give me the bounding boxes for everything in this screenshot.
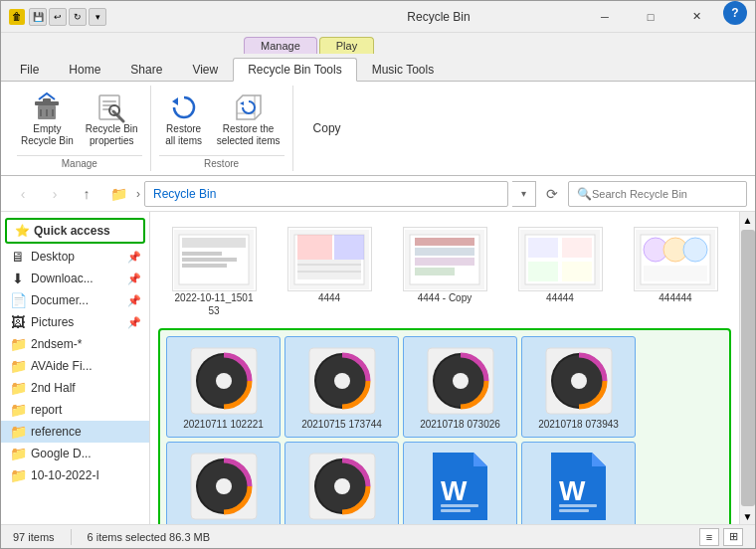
sidebar-item-downloads[interactable]: ⬇ Downloac... 📌 <box>1 268 149 289</box>
quick-access-header[interactable]: ⭐ Quick access <box>5 218 145 244</box>
status-separator <box>71 529 72 545</box>
svg-rect-21 <box>297 235 332 260</box>
svg-point-42 <box>683 238 707 262</box>
sidebar-item-10-10-2022[interactable]: 📁 10-10-2022-I <box>1 464 149 486</box>
svg-rect-2 <box>43 98 51 102</box>
play-context-tab[interactable]: Play <box>319 37 374 54</box>
empty-recycle-bin-button[interactable]: EmptyRecycle Bin <box>17 90 78 149</box>
address-bar: ‹ › ↑ 📁 › Recycle Bin ▾ ⟳ 🔍 <box>1 176 755 212</box>
sidebar-item-avaide[interactable]: 📁 AVAide Fi... <box>1 355 149 377</box>
media-icon-20210729 <box>186 449 261 523</box>
redo-qbtn[interactable]: ↻ <box>69 8 87 26</box>
sidebar-item-desktop[interactable]: 🖥 Desktop 📌 <box>1 246 149 268</box>
selected-files-group: 20210711 102221 20210715 173744 <box>158 328 731 524</box>
file-thumb-4444 <box>287 227 372 291</box>
scroll-thumb[interactable] <box>741 230 755 506</box>
svg-text:W: W <box>441 475 468 506</box>
media-icon-20210715 <box>304 343 379 418</box>
avaide-icon: 📁 <box>9 358 27 374</box>
address-dropdown[interactable]: ▾ <box>512 181 536 207</box>
sidebar-report-label: report <box>31 403 141 417</box>
window: 🗑 💾 ↩ ↻ ▾ Recycle Bin ─ □ ✕ ? Manage Pla… <box>0 0 756 549</box>
manage-context-tab[interactable]: Manage <box>244 37 317 54</box>
sidebar-item-report[interactable]: 📁 report <box>1 399 149 421</box>
file-thumb-44444 <box>518 227 603 291</box>
window-controls: ─ □ ✕ ? <box>582 1 747 33</box>
current-path: Recycle Bin <box>153 187 216 201</box>
file-aiseesoft-free[interactable]: W Aiseesoft FreeVideo Editor <box>403 442 517 524</box>
scroll-down-button[interactable]: ▼ <box>740 508 756 524</box>
back-button[interactable]: ‹ <box>9 182 37 206</box>
maximize-button[interactable]: □ <box>628 1 673 33</box>
file-4444[interactable]: 4444 <box>274 220 385 324</box>
reference-icon: 📁 <box>9 424 27 440</box>
file-20210729[interactable]: 20210729 185200 <box>166 442 281 524</box>
svg-rect-35 <box>562 238 592 258</box>
svg-marker-74 <box>592 453 606 466</box>
tab-recycle-bin-tools[interactable]: Recycle Bin Tools <box>233 58 357 82</box>
ribbon-manage-group: EmptyRecycle Bin Recycle Binproper <box>9 86 151 171</box>
file-20210711[interactable]: 20210711 102221 <box>166 336 281 438</box>
tab-file[interactable]: File <box>5 57 54 81</box>
sidebar-item-googled[interactable]: 📁 Google D... <box>1 443 149 464</box>
2ndhalf-icon: 📁 <box>9 380 27 396</box>
svg-rect-18 <box>182 264 227 268</box>
main-area: ⭐ Quick access 🖥 Desktop 📌 ⬇ Downloac...… <box>1 212 755 524</box>
file-20210718b[interactable]: 20210718 073943 <box>521 336 636 438</box>
quick-access-label: Quick access <box>34 224 110 238</box>
minimize-button[interactable]: ─ <box>582 1 628 33</box>
list-view-button[interactable]: ≡ <box>699 528 719 546</box>
restore-selected-button[interactable]: Restore theselected items <box>213 90 284 149</box>
address-box[interactable]: Recycle Bin <box>144 181 508 207</box>
file-44444[interactable]: 44444 <box>504 220 616 324</box>
file-20210718a-label: 20210718 073026 <box>420 418 500 431</box>
file-thumb-444444 <box>634 227 718 291</box>
recycle-bin-properties-icon <box>95 92 127 123</box>
sidebar-item-pictures[interactable]: 🖼 Pictures 📌 <box>1 311 149 333</box>
up-button[interactable]: ↑ <box>73 182 100 206</box>
media-icon-20210819 <box>304 449 379 523</box>
help-button[interactable]: ? <box>723 1 747 25</box>
file-20210715[interactable]: 20210715 173744 <box>284 336 399 438</box>
file-20210718a[interactable]: 20210718 073026 <box>403 336 517 438</box>
svg-rect-17 <box>182 258 237 262</box>
grid-view-button[interactable]: ⊞ <box>723 528 743 546</box>
ribbon: EmptyRecycle Bin Recycle Binproper <box>1 82 755 176</box>
report-icon: 📁 <box>9 402 27 418</box>
file-4444-copy[interactable]: 4444 - Copy <box>389 220 500 324</box>
search-input[interactable] <box>592 188 711 200</box>
tab-share[interactable]: Share <box>115 57 177 81</box>
file-2022-10-11[interactable]: 2022-10-11_150153 <box>158 220 270 324</box>
recycle-bin-properties-button[interactable]: Recycle Binproperties <box>82 90 142 149</box>
svg-rect-28 <box>415 238 474 246</box>
svg-rect-36 <box>528 262 558 281</box>
save-qbtn[interactable]: 💾 <box>29 8 47 26</box>
tab-music-tools[interactable]: Music Tools <box>357 57 449 81</box>
restore-all-items-label: Restoreall items <box>165 123 202 147</box>
scroll-up-button[interactable]: ▲ <box>740 212 756 228</box>
sidebar-item-reference[interactable]: 📁 reference <box>1 421 149 443</box>
vertical-scrollbar[interactable]: ▲ ▼ <box>739 212 755 524</box>
sidebar-item-2ndhalf[interactable]: 📁 2nd Half <box>1 377 149 399</box>
sidebar-item-2ndsem[interactable]: 📁 2ndsem-* <box>1 333 149 355</box>
pin-icon-desktop: 📌 <box>127 251 141 264</box>
file-444444[interactable]: 444444 <box>620 220 731 324</box>
sidebar-item-documents[interactable]: 📄 Documer... 📌 <box>1 289 149 311</box>
tab-view[interactable]: View <box>177 57 233 81</box>
file-2022-label: 2022-10-11_150153 <box>175 291 254 317</box>
close-button[interactable]: ✕ <box>673 1 719 33</box>
forward-button[interactable]: › <box>41 182 69 206</box>
restore-all-items-button[interactable]: Restoreall items <box>159 90 209 149</box>
empty-recycle-bin-icon <box>31 92 63 123</box>
svg-rect-15 <box>182 238 246 248</box>
quick-access-toolbar: 💾 ↩ ↻ ▾ <box>29 8 106 26</box>
tab-home[interactable]: Home <box>54 57 115 81</box>
file-20210819[interactable]: 20210819 163828 <box>284 442 399 524</box>
file-aiseesoft-total1[interactable]: W Aiseesoft TotalVideo Converter <box>521 442 636 524</box>
2ndsem-icon: 📁 <box>9 336 27 352</box>
sidebar-reference-label: reference <box>31 425 141 439</box>
svg-rect-30 <box>415 258 474 266</box>
undo-qbtn[interactable]: ↩ <box>49 8 67 26</box>
refresh-button[interactable]: ⟳ <box>540 182 564 206</box>
dropdown-qbtn[interactable]: ▾ <box>89 8 106 26</box>
